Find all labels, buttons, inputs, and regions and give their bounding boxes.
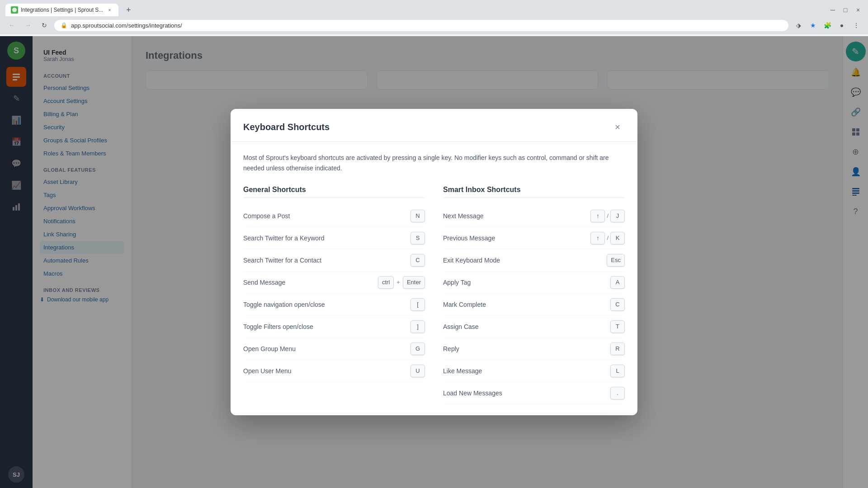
shortcut-row: Mark CompleteC (443, 294, 625, 316)
key-badge: N (410, 210, 425, 222)
shortcut-label: Previous Message (443, 235, 495, 242)
shortcut-keys: [ (410, 298, 425, 311)
key-badge: C (610, 298, 625, 311)
shortcut-label: Search Twitter for a Contact (243, 257, 321, 264)
shortcut-row: Previous Message↑/K (443, 227, 625, 249)
inbox-shortcuts-list: Next Message↑/JPrevious Message↑/KExit K… (443, 205, 625, 404)
shortcut-label: Next Message (443, 212, 483, 220)
tab-favicon (11, 6, 18, 14)
shortcut-keys: C (610, 298, 625, 311)
forward-button[interactable]: → (22, 19, 34, 32)
key-separator: / (607, 235, 609, 241)
shortcut-keys: G (410, 343, 425, 355)
shortcut-row: Search Twitter for a ContactC (243, 249, 425, 272)
back-button[interactable]: ← (5, 19, 18, 32)
address-bar[interactable]: 🔒 app.sproutsocial.com/settings/integrat… (54, 20, 788, 31)
window-controls: ─ □ × (828, 5, 863, 14)
key-plus: + (396, 279, 400, 286)
refresh-button[interactable]: ↻ (38, 19, 51, 32)
key-badge: R (610, 343, 625, 355)
key-badge: L (610, 365, 625, 377)
key-badge: Enter (403, 276, 425, 289)
modal-overlay: Keyboard Shortcuts × Most of Sprout's ke… (0, 36, 868, 488)
general-shortcuts-list: Compose a PostNSearch Twitter for a Keyw… (243, 205, 425, 382)
shortcut-keys: L (610, 365, 625, 377)
browser-toolbar-icons: ⬗ ★ 🧩 ● ⋮ (792, 19, 863, 32)
tab-title: Integrations | Settings | Sprout S... (21, 7, 103, 13)
key-badge: . (610, 387, 625, 399)
lock-icon: 🔒 (61, 22, 67, 28)
general-shortcuts-section: General Shortcuts Compose a PostNSearch … (243, 186, 425, 404)
key-badge: ctrl (378, 276, 394, 289)
key-badge: ↑ (590, 210, 605, 222)
shortcut-keys: T (610, 320, 625, 333)
new-tab-button[interactable]: + (122, 4, 135, 16)
shortcut-keys: ] (410, 320, 425, 333)
shortcut-label: Apply Tag (443, 279, 471, 286)
key-separator: / (607, 212, 609, 219)
inbox-shortcuts-title: Smart Inbox Shortcuts (443, 186, 625, 198)
shortcut-label: Mark Complete (443, 301, 486, 308)
shortcut-keys: ctrl+Enter (378, 276, 425, 289)
profile-icon[interactable]: ● (835, 19, 848, 32)
minimize-button[interactable]: ─ (828, 5, 837, 14)
shortcut-row: Open Group MenuG (243, 338, 425, 360)
maximize-button[interactable]: □ (841, 5, 850, 14)
browser-tab[interactable]: Integrations | Settings | Sprout S... × (5, 4, 118, 16)
shortcut-keys: N (410, 210, 425, 222)
shortcut-label: Search Twitter for a Keyword (243, 235, 324, 242)
modal-close-button[interactable]: × (610, 120, 625, 134)
key-badge: G (410, 343, 425, 355)
title-bar: Integrations | Settings | Sprout S... × … (0, 0, 868, 16)
shortcut-label: Reply (443, 345, 459, 352)
shortcut-keys: . (610, 387, 625, 399)
shortcut-row: Toggle Filters open/close] (243, 316, 425, 338)
shortcut-keys: R (610, 343, 625, 355)
browser-toolbar: ← → ↻ 🔒 app.sproutsocial.com/settings/in… (0, 16, 868, 34)
inbox-shortcuts-section: Smart Inbox Shortcuts Next Message↑/JPre… (443, 186, 625, 404)
key-badge: [ (410, 298, 425, 311)
shortcut-label: Load New Messages (443, 389, 502, 397)
shortcut-keys: A (610, 276, 625, 289)
extensions-icon[interactable]: 🧩 (821, 19, 834, 32)
shortcut-row: Assign CaseT (443, 316, 625, 338)
shortcut-row: Apply TagA (443, 272, 625, 294)
close-window-button[interactable]: × (854, 5, 863, 14)
key-badge: S (410, 232, 425, 244)
shortcut-label: Toggle Filters open/close (243, 323, 313, 330)
key-badge: J (610, 210, 625, 222)
shortcut-row: Next Message↑/J (443, 205, 625, 227)
key-badge: K (610, 232, 625, 244)
shortcut-row: Like MessageL (443, 360, 625, 382)
shortcut-row: ReplyR (443, 338, 625, 360)
shortcut-label: Send Message (243, 279, 285, 286)
tab-close-button[interactable]: × (106, 6, 113, 14)
shortcut-keys: Esc (607, 254, 625, 267)
shortcut-label: Like Message (443, 367, 482, 375)
keyboard-shortcuts-modal: Keyboard Shortcuts × Most of Sprout's ke… (231, 109, 637, 415)
shortcut-row: Exit Keyboard ModeEsc (443, 249, 625, 272)
shortcut-label: Exit Keyboard Mode (443, 257, 500, 264)
key-badge: ↑ (590, 232, 605, 244)
modal-description: Most of Sprout's keyboard shortcuts are … (243, 153, 625, 173)
shortcut-keys: C (410, 254, 425, 267)
menu-icon[interactable]: ⋮ (850, 19, 863, 32)
key-badge: U (410, 365, 425, 377)
shortcut-row: Send Messagectrl+Enter (243, 272, 425, 294)
shortcut-label: Assign Case (443, 323, 479, 330)
shortcut-keys: ↑/K (590, 232, 625, 244)
key-badge: Esc (607, 254, 625, 267)
cast-icon[interactable]: ⬗ (792, 19, 805, 32)
shortcut-keys: S (410, 232, 425, 244)
shortcut-label: Toggle navigation open/close (243, 301, 325, 308)
shortcuts-grid: General Shortcuts Compose a PostNSearch … (243, 186, 625, 404)
shortcut-row: Compose a PostN (243, 205, 425, 227)
bookmark-icon[interactable]: ★ (807, 19, 819, 32)
shortcut-keys: U (410, 365, 425, 377)
modal-header: Keyboard Shortcuts × (231, 109, 637, 142)
shortcut-keys: ↑/J (590, 210, 625, 222)
svg-point-0 (12, 8, 17, 12)
key-badge: A (610, 276, 625, 289)
modal-title: Keyboard Shortcuts (243, 122, 330, 132)
shortcut-label: Compose a Post (243, 212, 290, 220)
